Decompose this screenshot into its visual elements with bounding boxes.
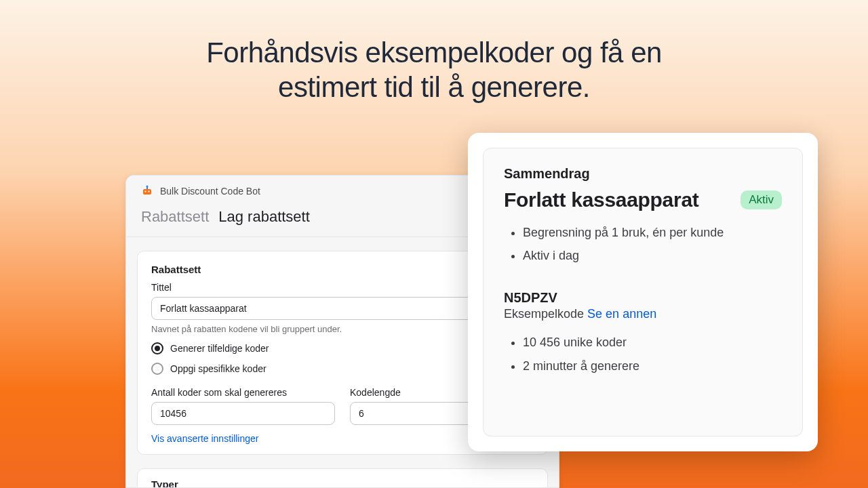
list-item: 2 minutter å generere <box>523 354 782 378</box>
summary-stats-list: 10 456 unike koder 2 minutter å generere <box>504 331 782 377</box>
headline-line1: Forhåndsvis eksempelkoder og få en <box>206 37 662 68</box>
summary-card: Sammendrag Forlatt kassaapparat Aktiv Be… <box>483 148 803 436</box>
page-headline: Forhåndsvis eksempelkoder og få en estim… <box>0 0 868 104</box>
summary-title: Forlatt kassaapparat <box>504 188 698 211</box>
count-input[interactable] <box>151 402 335 425</box>
bot-icon <box>141 185 153 197</box>
svg-rect-0 <box>143 189 151 195</box>
headline-line2: estimert tid til å generere. <box>278 71 590 103</box>
svg-point-4 <box>146 186 149 188</box>
radio-random-label: Generer tilfeldige koder <box>170 343 269 354</box>
app-title: Bulk Discount Code Bot <box>160 186 260 197</box>
breadcrumb-current: Lag rabattsett <box>218 208 310 226</box>
typer-card: Typer <box>137 468 548 488</box>
example-code: N5DPZV <box>504 290 782 306</box>
summary-panel: Sammendrag Forlatt kassaapparat Aktiv Be… <box>468 133 818 451</box>
svg-rect-1 <box>145 191 146 192</box>
list-item: Begrensning på 1 bruk, én per kunde <box>523 221 782 244</box>
radio-specific-label: Oppgi spesifikke koder <box>170 363 267 374</box>
breadcrumb-parent[interactable]: Rabattsett <box>141 208 209 226</box>
status-badge: Aktiv <box>741 190 782 209</box>
list-item: Aktiv i dag <box>523 244 782 267</box>
svg-rect-2 <box>149 191 150 192</box>
summary-heading: Sammendrag <box>504 166 782 182</box>
list-item: 10 456 unike koder <box>523 331 782 354</box>
advanced-settings-link[interactable]: Vis avanserte innstillinger <box>151 433 259 444</box>
radio-checked-icon <box>151 342 163 354</box>
radio-unchecked-icon <box>151 363 163 375</box>
section-title-typer: Typer <box>151 479 534 488</box>
count-label: Antall koder som skal genereres <box>151 387 335 398</box>
see-another-link[interactable]: Se en annen <box>587 307 656 321</box>
summary-restrictions-list: Begrensning på 1 bruk, én per kunde Akti… <box>504 221 782 267</box>
example-code-label: Eksempelkode <box>504 307 584 321</box>
